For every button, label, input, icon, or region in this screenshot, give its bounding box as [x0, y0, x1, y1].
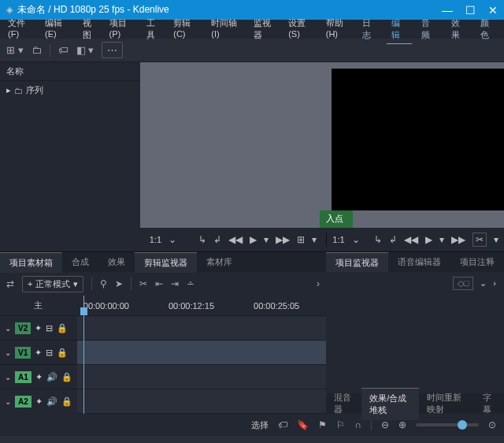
- layout-color[interactable]: 颜色: [476, 15, 501, 44]
- chevron-right-icon[interactable]: ›: [317, 278, 320, 289]
- grid-icon[interactable]: ⊞: [297, 234, 305, 245]
- tag-icon[interactable]: 🏷: [278, 419, 287, 430]
- filter-icon[interactable]: ◧ ▾: [76, 44, 94, 56]
- zoom-ratio-right[interactable]: 1:1: [332, 235, 344, 244]
- menu-timeline[interactable]: 时间轴(I): [206, 15, 247, 43]
- effects-icon[interactable]: ✦: [35, 323, 42, 333]
- snap-end-icon[interactable]: ⇥: [171, 278, 179, 289]
- lock-icon[interactable]: 🔒: [61, 372, 72, 382]
- flag-icon[interactable]: ⚲: [100, 278, 107, 289]
- menu-edit[interactable]: 编辑(E): [40, 15, 76, 43]
- speaker-icon[interactable]: 🔊: [46, 372, 57, 382]
- chevron-down-icon[interactable]: ⌄: [352, 234, 360, 245]
- master-track-label[interactable]: 主: [0, 296, 77, 316]
- timeline-row-v2[interactable]: [77, 316, 351, 341]
- cut-icon[interactable]: ✂: [139, 278, 147, 289]
- zoom-fit-icon[interactable]: ⊙: [488, 419, 496, 430]
- forward-icon[interactable]: ▶▶: [276, 234, 290, 245]
- more-icon[interactable]: ⋯: [102, 42, 123, 58]
- flag-outline-icon[interactable]: ⚐: [336, 419, 345, 430]
- zoom-slider[interactable]: [416, 423, 479, 426]
- lock-icon[interactable]: 🔒: [57, 348, 68, 358]
- menu-clip[interactable]: 剪辑(C): [169, 15, 205, 43]
- chevron-down-icon[interactable]: ▾: [312, 234, 317, 245]
- flag-icon[interactable]: ⚑: [318, 419, 327, 430]
- chevron-down-icon[interactable]: ⌄: [5, 324, 11, 333]
- tab-subtitle[interactable]: 字幕: [475, 388, 504, 419]
- tab-effects[interactable]: 效果: [98, 252, 135, 272]
- speaker-icon[interactable]: 🔊: [46, 396, 57, 407]
- timeline-row-a2[interactable]: [77, 389, 351, 414]
- chevron-right-icon[interactable]: ›: [493, 278, 496, 288]
- tab-voice-editor[interactable]: 语音编辑器: [388, 252, 450, 272]
- track-v1[interactable]: ⌄ V1 ✦ ⊟ 🔒: [0, 341, 77, 365]
- menu-monitor[interactable]: 监视器: [249, 15, 282, 43]
- bin-sequence-item[interactable]: ▸ 🗀 序列: [6, 84, 134, 96]
- chevron-down-icon[interactable]: ⌄: [5, 397, 11, 406]
- chevron-down-icon[interactable]: ⌄: [5, 373, 11, 382]
- bookmark-icon[interactable]: 🔖: [297, 419, 309, 430]
- clip-monitor-canvas[interactable]: [140, 62, 332, 210]
- menu-file[interactable]: 文件(F): [3, 15, 39, 43]
- out-point-icon[interactable]: ↲: [389, 234, 397, 245]
- add-clip-icon[interactable]: ⊞ ▾: [6, 44, 24, 56]
- chevron-down-icon[interactable]: ⌄: [480, 278, 487, 289]
- menu-project[interactable]: 项目(P): [105, 15, 141, 43]
- tag-icon[interactable]: 🏷: [58, 44, 69, 56]
- effects-icon[interactable]: ✦: [35, 396, 43, 407]
- chevron-down-icon[interactable]: ⌄: [5, 348, 11, 357]
- menu-settings[interactable]: 设置(S): [284, 15, 320, 43]
- tab-time-remap[interactable]: 时间重新映射: [419, 388, 475, 419]
- in-point-icon[interactable]: ↳: [374, 234, 382, 245]
- chevron-down-icon[interactable]: ⌄: [169, 234, 176, 245]
- tab-project-bin[interactable]: 项目素材箱: [0, 252, 62, 273]
- tab-project-notes[interactable]: 项目注释: [450, 252, 504, 272]
- rewind-icon[interactable]: ◀◀: [228, 234, 243, 245]
- forward-icon[interactable]: ▶▶: [451, 234, 465, 245]
- playhead[interactable]: [83, 296, 84, 414]
- mute-icon[interactable]: ⊟: [46, 348, 53, 358]
- track-v2[interactable]: ⌄ V2 ✦ ⊟ 🔒: [0, 316, 77, 341]
- menu-view[interactable]: 视图: [78, 15, 103, 43]
- timeline-ruler[interactable]: 00:00:00:00 00:00:12:15 00:00:25:05 00:: [77, 296, 351, 316]
- folder-icon[interactable]: 🗀: [32, 44, 42, 56]
- play-icon[interactable]: ▶: [250, 234, 257, 245]
- track-label[interactable]: V2: [15, 322, 31, 334]
- tab-compose[interactable]: 合成: [62, 252, 98, 272]
- select-mode-label[interactable]: 选择: [251, 419, 269, 431]
- effects-icon[interactable]: ✦: [35, 348, 42, 358]
- layout-edit[interactable]: 编辑: [387, 15, 412, 44]
- lock-icon[interactable]: 🔒: [57, 323, 68, 333]
- timeline-mode-button[interactable]: + 正常模式 ▾: [22, 276, 83, 292]
- rewind-icon[interactable]: ◀◀: [404, 234, 418, 245]
- track-label[interactable]: V1: [15, 347, 31, 359]
- align-icon[interactable]: ∸: [187, 278, 195, 289]
- tab-effects-stack[interactable]: 效果/合成堆栈: [361, 388, 419, 420]
- track-a2[interactable]: ⌄ A2 ✦ 🔊 🔒: [0, 389, 77, 414]
- tab-library[interactable]: 素材库: [197, 252, 242, 272]
- effects-icon[interactable]: ✦: [35, 372, 43, 382]
- magnet-icon[interactable]: ∩: [354, 419, 361, 430]
- layout-log[interactable]: 日志: [358, 15, 383, 44]
- snap-start-icon[interactable]: ⇤: [155, 278, 163, 289]
- zoom-ratio-left[interactable]: 1:1: [150, 235, 161, 244]
- track-config-icon[interactable]: ⇄: [6, 278, 14, 289]
- menu-tools[interactable]: 工具: [142, 15, 167, 43]
- chevron-down-icon[interactable]: ▾: [494, 234, 498, 245]
- layout-audio[interactable]: 音频: [417, 15, 442, 44]
- zoom-out-icon[interactable]: ⊖: [381, 419, 389, 430]
- timeline-row-a1[interactable]: [77, 365, 351, 389]
- zoom-in-icon[interactable]: ⊕: [398, 419, 406, 430]
- pointer-icon[interactable]: ➤: [115, 278, 123, 289]
- bin-column-header[interactable]: 名称: [0, 62, 140, 81]
- timeline-canvas[interactable]: 00:00:00:00 00:00:12:15 00:00:25:05 00:: [77, 296, 351, 414]
- track-label[interactable]: A1: [15, 371, 32, 383]
- crop-icon[interactable]: ✂: [472, 233, 487, 247]
- timeline-row-v1[interactable]: [77, 341, 351, 365]
- tab-mixer[interactable]: 混音器: [326, 388, 361, 419]
- layout-effects[interactable]: 效果: [447, 15, 472, 44]
- chevron-down-icon[interactable]: ▾: [439, 234, 444, 245]
- menu-help[interactable]: 帮助(H): [321, 15, 358, 43]
- tab-clip-monitor[interactable]: 剪辑监视器: [135, 252, 197, 273]
- in-point-icon[interactable]: ↳: [198, 234, 206, 245]
